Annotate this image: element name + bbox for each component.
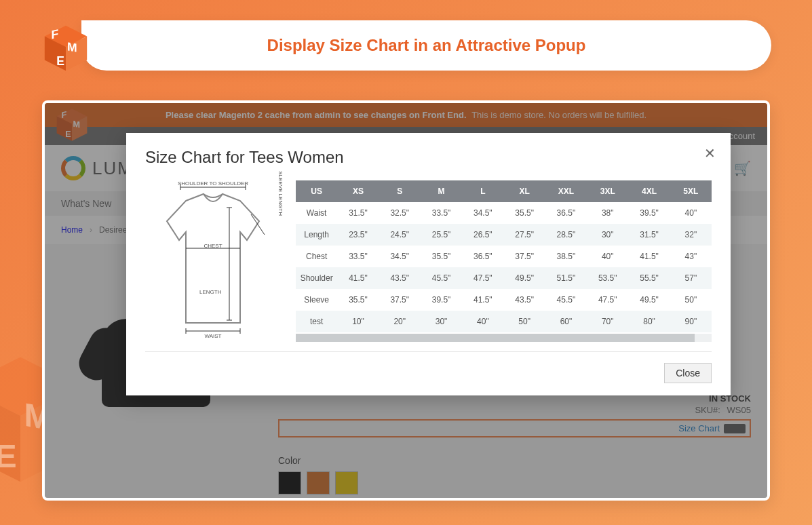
row-label: test [296,311,337,332]
cell: 45.5" [421,267,462,289]
cell: 51.5" [545,267,587,289]
diagram-sleeve-label: SLEEVE LENGTH [277,171,284,216]
close-icon[interactable]: ✕ [704,145,716,161]
cell: 41.5" [337,267,379,289]
table-row: Length23.5"24.5"25.5"26.5"27.5"28.5"30"3… [296,224,712,246]
hero-banner: Display Size Chart in an Attractive Popu… [81,20,771,71]
col-s: S [379,180,421,202]
col-5xl: 5XL [670,180,712,202]
cell: 31.5" [337,202,379,224]
fme-logo [39,22,92,77]
cell: 35.5" [421,246,462,267]
cell: 31.5" [628,224,670,246]
cell: 35.5" [337,289,379,311]
table-row: Shoulder41.5"43.5"45.5"47.5"49.5"51.5"53… [296,267,712,289]
cell: 34.5" [462,202,503,224]
cell: 49.5" [503,267,545,289]
cell: 50" [670,289,712,311]
cell: 37.5" [379,289,421,311]
cell: 43.5" [379,267,421,289]
cell: 49.5" [628,289,670,311]
cell: 38.5" [545,246,587,267]
cell: 27.5" [503,224,545,246]
cell: 53.5" [587,267,628,289]
cell: 60" [545,311,587,332]
col-xl: XL [503,180,545,202]
cell: 80" [628,311,670,332]
cell: 90" [670,311,712,332]
col-l: L [462,180,503,202]
cell: 32.5" [379,202,421,224]
cell: 28.5" [545,224,587,246]
cell: 47.5" [462,267,503,289]
row-label: Waist [296,202,337,224]
row-label: Sleeve [296,289,337,311]
modal-title: Size Chart for Tees Women [145,148,712,167]
cell: 47.5" [587,289,628,311]
diagram-shoulder-label: SHOULDER TO SHOULDER [145,180,281,187]
col-xxl: XXL [545,180,587,202]
row-label: Shoulder [296,267,337,289]
cell: 41.5" [628,246,670,267]
col-4xl: 4XL [628,180,670,202]
size-chart-modal: Size Chart for Tees Women ✕ [126,133,731,395]
cell: 25.5" [421,224,462,246]
row-label: Length [296,224,337,246]
cell: 41.5" [462,289,503,311]
hero-title: Display Size Chart in an Attractive Popu… [267,36,586,55]
diagram-chest-label: CHEST [145,243,281,249]
table-row: Sleeve35.5"37.5"39.5"41.5"43.5"45.5"47.5… [296,289,712,311]
cell: 33.5" [421,202,462,224]
diagram-waist-label: WAIST [145,333,281,339]
cell: 40" [462,311,503,332]
cell: 40" [587,246,628,267]
cell: 33.5" [337,246,379,267]
cell: 24.5" [379,224,421,246]
cell: 43.5" [503,289,545,311]
row-label: Chest [296,246,337,267]
cell: 50" [503,311,545,332]
cell: 23.5" [337,224,379,246]
cell: 39.5" [628,202,670,224]
cell: 55.5" [628,267,670,289]
col-xs: XS [337,180,379,202]
cell: 40" [670,202,712,224]
col-m: M [421,180,462,202]
cell: 36.5" [545,202,587,224]
cell: 26.5" [462,224,503,246]
cell: 37.5" [503,246,545,267]
cell: 45.5" [545,289,587,311]
horizontal-scrollbar[interactable] [296,334,712,342]
close-button[interactable]: Close [664,363,712,383]
cell: 57" [670,267,712,289]
tshirt-diagram: SHOULDER TO SHOULDER CHEST LENGTH SLEEVE… [145,180,281,343]
cell: 32" [670,224,712,246]
cell: 39.5" [421,289,462,311]
diagram-length-label: LENGTH [199,289,221,295]
cell: 36.5" [462,246,503,267]
cell: 38" [587,202,628,224]
cell: 43" [670,246,712,267]
col-3xl: 3XL [587,180,628,202]
cell: 30" [421,311,462,332]
screenshot-frame: Please clear Magento 2 cache from admin … [42,100,770,501]
table-row: Waist31.5"32.5"33.5"34.5"35.5"36.5"38"39… [296,202,712,224]
cell: 34.5" [379,246,421,267]
table-row: test10"20"30"40"50"60"70"80"90" [296,311,712,332]
col-us: US [296,180,337,202]
cell: 70" [587,311,628,332]
size-chart-table-wrap: USXSSMLXLXXL3XL4XL5XL Waist31.5"32.5"33.… [296,180,712,343]
cell: 20" [379,311,421,332]
cell: 35.5" [503,202,545,224]
table-row: Chest33.5"34.5"35.5"36.5"37.5"38.5"40"41… [296,246,712,267]
size-chart-table: USXSSMLXLXXL3XL4XL5XL Waist31.5"32.5"33.… [296,180,712,332]
cell: 10" [337,311,379,332]
cell: 30" [587,224,628,246]
